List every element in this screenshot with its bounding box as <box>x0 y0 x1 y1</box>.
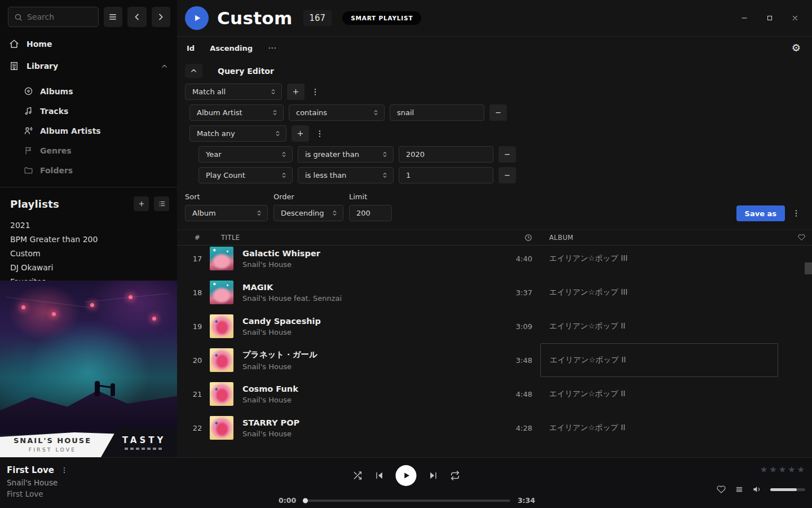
add-group-rule-button[interactable] <box>292 125 309 142</box>
sort-select[interactable]: Album <box>185 205 268 221</box>
plus-icon <box>296 129 304 138</box>
group-match-type-select[interactable]: Match any <box>189 125 286 142</box>
nav-forward-button[interactable] <box>152 7 170 27</box>
star-icon[interactable]: ★ <box>779 466 786 474</box>
playlist-item[interactable]: Custom <box>0 246 177 260</box>
sidebar-item-album-artists[interactable]: Album Artists <box>0 121 177 141</box>
seek-slider[interactable] <box>303 500 510 502</box>
table-row[interactable]: 19 Candy Spaceship Snail's House 3:09 エイ… <box>177 309 812 343</box>
volume-slider[interactable] <box>770 488 805 491</box>
volume-button[interactable] <box>752 484 762 494</box>
next-track-button[interactable] <box>427 470 439 481</box>
art-brand-subtext <box>125 448 164 450</box>
match-type-select[interactable]: Match all <box>185 84 282 100</box>
table-row[interactable]: 20 プラネット・ガール Snail's House 3:48 エイリアン☆ポッ… <box>177 343 812 377</box>
chevron-up-icon[interactable] <box>161 63 168 70</box>
search-input[interactable] <box>27 12 92 21</box>
rule-value-input[interactable] <box>399 167 493 183</box>
star-icon[interactable]: ★ <box>769 466 776 474</box>
search-box[interactable] <box>8 7 99 27</box>
clock-icon <box>524 234 532 242</box>
rule-field-select[interactable]: Play Count <box>198 167 293 183</box>
settings-gear-icon[interactable]: ⚙ <box>792 43 801 53</box>
queue-button[interactable] <box>734 484 744 494</box>
limit-input[interactable] <box>349 205 392 221</box>
save-menu-button[interactable] <box>791 205 802 221</box>
remove-rule-button[interactable] <box>498 146 516 163</box>
repeat-button[interactable] <box>449 470 461 481</box>
nav-back-button[interactable] <box>127 7 146 27</box>
album-art-thumbnail <box>210 281 233 304</box>
column-favorite[interactable] <box>786 234 805 241</box>
rule-operator-select[interactable]: is greater than <box>298 146 394 163</box>
previous-track-button[interactable] <box>374 470 385 481</box>
dots-vertical-icon <box>311 87 320 97</box>
sidebar-item-genres[interactable]: Genres <box>0 141 177 160</box>
rule-field-select[interactable]: Year <box>198 146 293 163</box>
library-icon <box>9 61 19 71</box>
rule-group-menu-button[interactable] <box>310 84 321 100</box>
sort-field-label[interactable]: Id <box>187 44 195 52</box>
now-playing-artist[interactable]: Snail's House <box>7 478 68 487</box>
heart-icon <box>717 485 726 494</box>
sidebar-menu-button[interactable] <box>104 7 122 27</box>
more-options-icon[interactable]: ⋯ <box>268 43 277 53</box>
player-right-controls <box>716 484 805 494</box>
add-rule-button[interactable] <box>287 84 304 100</box>
maximize-button[interactable] <box>765 14 774 23</box>
rule-field-select[interactable]: Album Artist <box>189 104 284 121</box>
sidebar-item-albums[interactable]: Albums <box>0 81 177 101</box>
star-icon[interactable]: ★ <box>760 466 767 474</box>
select-value: contains <box>296 108 373 117</box>
minimize-button[interactable] <box>740 14 749 23</box>
rule-value-input[interactable] <box>399 146 493 163</box>
rule-value-input[interactable] <box>390 104 484 121</box>
playlist-item[interactable]: BPM Greater than 200 <box>0 232 177 246</box>
collapse-query-editor-button[interactable] <box>185 64 202 78</box>
rule-operator-select[interactable]: is less than <box>298 167 394 183</box>
shuffle-button[interactable] <box>352 470 363 481</box>
sidebar-item-home[interactable]: Home <box>0 37 177 51</box>
favorite-button[interactable] <box>716 484 726 494</box>
art-rocks <box>0 381 177 435</box>
manage-playlists-button[interactable] <box>154 196 169 211</box>
group-menu-button[interactable] <box>314 125 325 142</box>
art-figure <box>111 383 115 396</box>
save-as-button[interactable]: Save as <box>736 205 785 221</box>
maximize-icon <box>766 14 774 22</box>
sidebar-item-tracks[interactable]: Tracks <box>0 101 177 121</box>
minus-icon <box>503 171 511 179</box>
column-album[interactable]: ALBUM <box>540 234 786 242</box>
column-index[interactable]: # <box>185 234 210 242</box>
sidebar-item-library[interactable]: Library <box>0 59 177 73</box>
now-playing-title[interactable]: First Love <box>7 465 54 475</box>
remove-rule-button[interactable] <box>489 104 507 121</box>
now-playing-album[interactable]: First Love <box>7 489 68 498</box>
sort-direction-label[interactable]: Ascending <box>210 44 253 52</box>
column-title[interactable]: TITLE <box>210 234 497 242</box>
table-row[interactable]: 17 Galactic Whisper Snail's House 4:40 エ… <box>177 246 812 275</box>
rule-operator-select[interactable]: contains <box>289 104 385 121</box>
play-playlist-button[interactable] <box>185 6 209 30</box>
remove-rule-button[interactable] <box>498 167 516 183</box>
volume-slider-fill <box>770 488 797 491</box>
dots-vertical-icon[interactable] <box>60 466 68 474</box>
star-icon[interactable]: ★ <box>797 466 805 474</box>
focused-album-cell[interactable]: エイリアン☆ポップ II <box>540 343 778 377</box>
track-number: 18 <box>185 288 210 297</box>
table-row[interactable]: 22 STARRY POP Snail's House 4:28 エイリアン☆ポ… <box>177 411 812 445</box>
table-row[interactable]: 18 MAGIK Snail's House feat. Sennzai 3:3… <box>177 275 812 309</box>
table-row[interactable]: 21 Cosmo Funk Snail's House 4:48 エイリアン☆ポ… <box>177 377 812 411</box>
shuffle-icon <box>352 471 362 480</box>
playlist-item[interactable]: DJ Okawari <box>0 260 177 274</box>
close-button[interactable] <box>791 14 800 23</box>
sidebar-item-folders[interactable]: Folders <box>0 160 177 180</box>
add-playlist-button[interactable] <box>134 196 149 211</box>
star-icon[interactable]: ★ <box>788 466 795 474</box>
scrollbar-thumb[interactable] <box>805 262 812 274</box>
column-duration[interactable] <box>497 234 540 242</box>
seek-slider-thumb[interactable] <box>303 498 308 503</box>
play-pause-button[interactable] <box>396 465 417 486</box>
playlist-item[interactable]: 2021 <box>0 218 177 232</box>
order-select[interactable]: Descending <box>273 205 343 221</box>
